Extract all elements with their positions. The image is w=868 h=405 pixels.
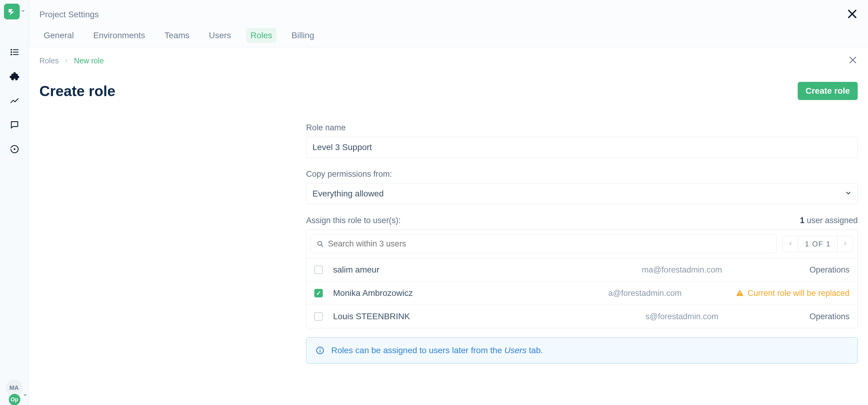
tab-environments[interactable]: Environments xyxy=(89,28,149,43)
left-nav-rail: MA Op xyxy=(0,0,29,405)
search-field[interactable] xyxy=(328,239,771,249)
info-icon xyxy=(315,346,324,355)
svg-point-13 xyxy=(319,348,320,349)
user-checkbox[interactable] xyxy=(314,289,323,298)
svg-point-2 xyxy=(10,54,12,55)
page-title: Project Settings xyxy=(39,10,99,20)
tab-teams[interactable]: Teams xyxy=(160,28,194,43)
user-email: s@forestadmin.com xyxy=(554,312,809,321)
tab-billing[interactable]: Billing xyxy=(287,28,318,43)
pager-prev-button[interactable] xyxy=(783,237,798,251)
avatar: Op xyxy=(8,393,21,405)
close-button[interactable] xyxy=(846,8,858,21)
tab-general[interactable]: General xyxy=(39,28,78,43)
breadcrumb-current: New role xyxy=(74,56,104,65)
svg-point-7 xyxy=(318,241,321,245)
user-search-input[interactable] xyxy=(311,235,776,253)
copy-permissions-select[interactable] xyxy=(306,183,858,204)
user-current-role: Operations xyxy=(809,265,849,275)
chevron-down-icon xyxy=(21,9,25,14)
page-heading: Create role xyxy=(39,83,116,99)
list-icon[interactable] xyxy=(9,47,20,58)
user-name: Louis STEENBRINK xyxy=(333,312,554,321)
warning-icon xyxy=(736,289,744,298)
user-email: ma@forestadmin.com xyxy=(554,265,809,275)
svg-point-1 xyxy=(10,52,12,53)
chart-line-icon[interactable] xyxy=(9,95,20,106)
search-icon xyxy=(316,240,324,248)
chevron-right-icon xyxy=(64,56,69,65)
project-switcher[interactable] xyxy=(4,4,25,20)
user-checkbox[interactable] xyxy=(314,266,323,274)
tab-roles[interactable]: Roles xyxy=(246,28,276,43)
info-text: Roles can be assigned to users later fro… xyxy=(331,346,543,355)
create-role-button[interactable]: Create role xyxy=(798,82,858,100)
svg-rect-9 xyxy=(740,292,740,294)
breadcrumb-root[interactable]: Roles xyxy=(39,56,59,65)
user-name: salim ameur xyxy=(333,265,554,275)
close-panel-button[interactable] xyxy=(848,55,858,66)
user-current-role: Operations xyxy=(809,312,849,321)
user-pager: 1 OF 1 xyxy=(782,236,853,252)
user-row: Louis STEENBRINKs@forestadmin.comOperati… xyxy=(306,305,858,328)
app-logo xyxy=(4,4,20,20)
assigned-count: 1 user assigned xyxy=(800,216,858,225)
chevron-down-icon xyxy=(23,393,27,398)
user-checkbox[interactable] xyxy=(314,312,323,321)
puzzle-icon[interactable] xyxy=(9,71,20,82)
pager-next-button[interactable] xyxy=(837,237,853,251)
info-banner: Roles can be assigned to users later fro… xyxy=(306,337,858,364)
user-name: Monika Ambrozowicz xyxy=(333,288,554,298)
chat-icon[interactable] xyxy=(9,119,20,130)
user-switcher[interactable]: MA Op xyxy=(5,379,24,398)
user-list: 1 OF 1 salim ameurma@forestadmin.comOper… xyxy=(306,229,858,328)
copy-permissions-label: Copy permissions from: xyxy=(306,169,858,179)
svg-point-0 xyxy=(10,49,12,50)
svg-line-8 xyxy=(321,245,323,246)
svg-point-6 xyxy=(13,149,15,150)
breadcrumb: Roles New role xyxy=(39,56,104,65)
top-bar: Project Settings GeneralEnvironmentsTeam… xyxy=(29,0,868,47)
user-row: Monika Ambrozowicza@forestadmin.comCurre… xyxy=(306,282,858,305)
restore-icon[interactable] xyxy=(9,144,20,155)
user-row: salim ameurma@forestadmin.comOperations xyxy=(306,258,858,282)
role-replaced-warning: Current role will be replaced xyxy=(736,289,849,298)
svg-rect-10 xyxy=(740,294,740,295)
user-email: a@forestadmin.com xyxy=(554,289,736,298)
tab-users[interactable]: Users xyxy=(205,28,235,43)
role-name-input[interactable] xyxy=(306,137,858,158)
assign-users-label: Assign this role to user(s): xyxy=(306,216,401,225)
pager-label: 1 OF 1 xyxy=(798,236,837,252)
role-name-label: Role name xyxy=(306,123,858,132)
